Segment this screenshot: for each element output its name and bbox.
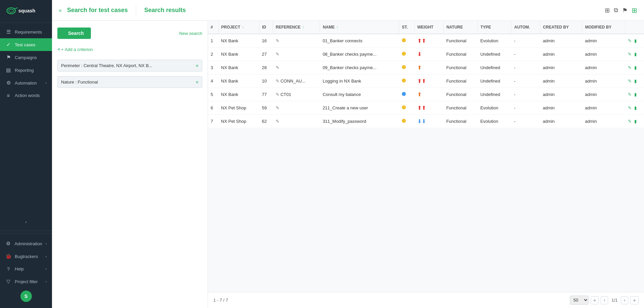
cell-weight: ⬆ [415, 61, 444, 74]
sidebar-nav: ☰ Requirements ✓ Test cases ⚑ Campaigns … [0, 23, 52, 121]
remove-perimeter-button[interactable]: × [196, 63, 199, 68]
cell-weight: ⬆⬆ [415, 74, 444, 88]
col-modified-by[interactable]: MODIFIED BY [582, 21, 625, 34]
new-search-link[interactable]: New search [179, 31, 202, 36]
edit-button[interactable]: ✎ [628, 38, 632, 43]
reference-icon[interactable]: ✎ [276, 92, 279, 97]
cell-id: 16 [259, 34, 273, 48]
reference-icon[interactable]: ✎ [276, 65, 279, 70]
col-name[interactable]: NAME ↑ [320, 21, 399, 34]
search-button[interactable]: Search [57, 28, 91, 39]
sidebar-item-project-filter[interactable]: ▽ Project filter › [0, 275, 52, 288]
cell-project: NX Pet Shop [218, 115, 259, 128]
cell-status [399, 115, 415, 128]
nature-criterion: Nature : Functional × [57, 76, 202, 88]
test-cases-icon: ✓ [5, 42, 11, 48]
sidebar-item-administration[interactable]: ⚙ Administration › [0, 237, 52, 250]
cell-reference: ✎ CONN_AU... [273, 74, 320, 88]
prev-page-button[interactable]: ‹ [601, 296, 608, 304]
plus-icon: + [57, 46, 60, 52]
cell-created-by: admin [540, 101, 582, 115]
cell-modified-by: admin [582, 74, 625, 88]
per-page-select[interactable]: 50 100 [570, 296, 589, 305]
folder-button[interactable]: ▮ [634, 92, 637, 97]
sidebar-item-requirements[interactable]: ☰ Requirements [0, 25, 52, 38]
reporting-icon: ▤ [5, 67, 11, 73]
sidebar-item-reporting[interactable]: ▤ Reporting [0, 64, 52, 76]
edit-button[interactable]: ✎ [628, 79, 632, 84]
sidebar-item-test-cases[interactable]: ✓ Test cases [0, 38, 52, 51]
cell-type: Undefined [478, 74, 512, 88]
col-nature[interactable]: NATURE [443, 21, 478, 34]
sidebar-item-bugtrackers[interactable]: 🐞 Bugtrackers › [0, 250, 52, 263]
edit-button[interactable]: ✎ [628, 105, 632, 110]
pagination-controls: 50 100 « ‹ 1/1 › » [570, 296, 639, 305]
add-icon[interactable]: ⊞ [632, 6, 637, 14]
cell-status [399, 48, 415, 61]
columns-icon[interactable]: ⊞ [605, 7, 610, 14]
folder-button[interactable]: ▮ [634, 79, 637, 84]
reference-icon[interactable]: ✎ [276, 79, 279, 84]
col-project[interactable]: PROJECT ↑ [218, 21, 259, 34]
cell-type: Undefined [478, 88, 512, 101]
edit-button[interactable]: ✎ [628, 65, 632, 70]
administration-icon: ⚙ [5, 241, 11, 247]
edit-button[interactable]: ✎ [628, 52, 632, 57]
folder-button[interactable]: ▮ [634, 119, 637, 124]
cell-name: 211_Create a new user [320, 101, 399, 115]
chevron-right-icon: › [46, 81, 47, 85]
folder-button[interactable]: ▮ [634, 105, 637, 110]
folder-button[interactable]: ▮ [634, 38, 637, 43]
sidebar-item-help[interactable]: ? Help › [0, 263, 52, 275]
col-id[interactable]: ID [259, 21, 273, 34]
sidebar-item-automation[interactable]: ⚙ Automation › [0, 76, 52, 89]
col-autom[interactable]: AUTOM. [512, 21, 540, 34]
next-page-button[interactable]: › [621, 296, 628, 304]
search-panel: Search New search + + Add a criterion Pe… [52, 21, 208, 308]
cell-project: NX Bank [218, 74, 259, 88]
edit-button[interactable]: ✎ [628, 92, 632, 97]
cell-type: Evolution [478, 34, 512, 48]
sidebar-item-action-words[interactable]: ≡ Action words [0, 89, 52, 102]
sidebar-collapse-button[interactable]: ‹ [0, 216, 52, 228]
folder-button[interactable]: ▮ [634, 65, 637, 70]
reference-icon[interactable]: ✎ [276, 119, 279, 124]
first-page-button[interactable]: « [591, 296, 599, 304]
cell-weight: ⬇ [415, 48, 444, 61]
cell-autom: - [512, 115, 540, 128]
cell-name: 01_Banker connects [320, 34, 399, 48]
flag-icon[interactable]: ⚑ [622, 7, 628, 14]
remove-nature-button[interactable]: × [196, 79, 199, 85]
sidebar-bottom: ⚙ Administration › 🐞 Bugtrackers › ? Hel… [0, 234, 52, 308]
last-page-button[interactable]: » [630, 296, 639, 304]
col-created-by[interactable]: CREATED BY [540, 21, 582, 34]
col-weight[interactable]: WEIGHT [415, 21, 444, 34]
col-num: # [208, 21, 218, 34]
edit-button[interactable]: ✎ [628, 119, 632, 124]
back-button[interactable]: « [59, 7, 62, 13]
sidebar-item-campaigns[interactable]: ⚑ Campaigns [0, 51, 52, 64]
col-status[interactable]: ST. [399, 21, 415, 34]
cell-created-by: admin [540, 88, 582, 101]
add-criterion-button[interactable]: + + Add a criterion [57, 44, 202, 55]
avatar[interactable]: S [20, 291, 32, 302]
chevron-right-icon: › [46, 280, 47, 284]
cell-autom: - [512, 101, 540, 115]
sidebar-item-label: Administration [14, 241, 42, 246]
reference-icon[interactable]: ✎ [276, 52, 279, 57]
svg-line-2 [14, 8, 18, 9]
cell-modified-by: admin [582, 61, 625, 74]
col-type[interactable]: TYPE [478, 21, 512, 34]
cell-created-by: admin [540, 61, 582, 74]
cell-created-by: admin [540, 74, 582, 88]
chevron-right-icon: › [46, 242, 47, 246]
reference-icon[interactable]: ✎ [276, 38, 279, 43]
automation-icon: ⚙ [5, 80, 11, 86]
copy-icon[interactable]: ⧉ [614, 7, 618, 14]
cell-num: 2 [208, 48, 218, 61]
cell-reference: ✎ [273, 101, 320, 115]
cell-nature: Functional [443, 74, 478, 88]
col-reference[interactable]: REFERENCE ↑ [273, 21, 320, 34]
reference-icon[interactable]: ✎ [276, 105, 279, 110]
folder-button[interactable]: ▮ [634, 52, 637, 57]
